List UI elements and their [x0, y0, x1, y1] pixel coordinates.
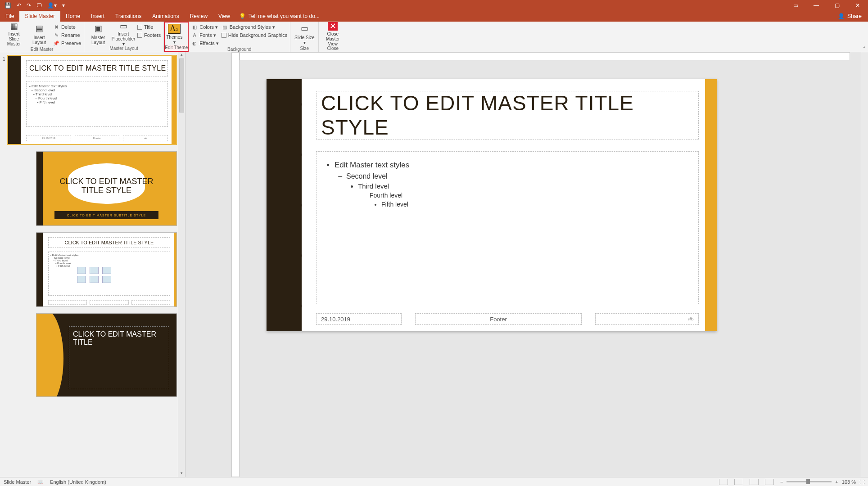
colors-icon: ◧ — [191, 24, 198, 30]
slideshow-view-button[interactable] — [765, 479, 774, 485]
fonts-icon: A — [191, 32, 198, 38]
slide-sorter-view-button[interactable] — [734, 479, 743, 485]
video-icon — [102, 276, 111, 283]
reading-view-button[interactable] — [750, 479, 759, 485]
background-styles-button[interactable]: ▨Background Styles ▾ — [222, 23, 287, 31]
zoom-out-button[interactable]: − — [780, 479, 783, 485]
bg-styles-icon: ▨ — [222, 24, 228, 30]
tell-me-search[interactable]: 💡 Tell me what you want to do... — [239, 11, 320, 22]
start-from-beginning-icon[interactable]: 🖵 — [36, 2, 42, 9]
body-placeholder[interactable]: Edit Master text styles Second level Thi… — [316, 151, 699, 304]
zoom-percent[interactable]: 103 % — [842, 479, 856, 485]
title-placeholder[interactable]: CLICK TO EDIT MASTER TITLE STYLE — [316, 91, 699, 140]
master-footer-mid: Footer — [75, 135, 120, 141]
footers-checkbox[interactable]: Footers — [137, 32, 161, 39]
wave-decoration — [36, 152, 43, 225]
tab-review[interactable]: Review — [185, 11, 213, 22]
slide-canvas[interactable]: CLICK TO EDIT MASTER TITLE STYLE Edit Ma… — [267, 79, 717, 331]
tab-insert[interactable]: Insert — [86, 11, 110, 22]
delete-label: Delete — [61, 24, 76, 30]
date-placeholder[interactable]: 29.10.2019 — [316, 313, 402, 325]
maximize-button[interactable]: ▢ — [827, 0, 847, 11]
zoom-in-button[interactable]: + — [835, 479, 838, 485]
close-icon: ✕ — [328, 22, 338, 31]
zoom-slider[interactable] — [787, 481, 832, 482]
insert-slide-master-button[interactable]: ▦ Insert Slide Master — [3, 22, 25, 45]
lightbulb-icon: 💡 — [239, 13, 246, 19]
quick-access-toolbar: 💾 ↶ ↷ 🖵 👤▾ ▾ — [5, 2, 65, 9]
fonts-button[interactable]: AFonts ▾ — [191, 32, 218, 39]
curve-decoration — [36, 313, 63, 397]
tab-view[interactable]: View — [213, 11, 235, 22]
save-icon[interactable]: 💾 — [5, 2, 11, 9]
qat-customize-icon[interactable]: ▾ — [62, 2, 65, 9]
editor-scrollbar[interactable] — [861, 52, 868, 477]
zoom-slider-handle[interactable] — [806, 479, 810, 484]
effects-button[interactable]: ◐Effects ▾ — [191, 40, 218, 47]
hide-bg-graphics-checkbox[interactable]: Hide Background Graphics — [222, 32, 287, 39]
collapse-ribbon-icon[interactable]: ˄ — [863, 46, 865, 51]
group-edit-master: ▦ Insert Slide Master ▤ Insert Layout ✖D… — [0, 22, 84, 52]
spellcheck-icon[interactable]: 📖 — [37, 479, 44, 485]
smartart-icon — [102, 267, 111, 274]
tab-home[interactable]: Home — [60, 11, 86, 22]
ribbon: ▦ Insert Slide Master ▤ Insert Layout ✖D… — [0, 22, 868, 52]
preserve-button[interactable]: 📌Preserve — [53, 40, 81, 47]
insert-layout-button[interactable]: ▤ Insert Layout — [28, 22, 50, 45]
tab-file[interactable]: File — [0, 11, 19, 22]
tab-transitions[interactable]: Transitions — [110, 11, 147, 22]
delete-button[interactable]: ✖Delete — [53, 23, 81, 31]
themes-button[interactable]: Aₐ Themes ▾ — [165, 22, 184, 45]
insert-placeholder-label: Insert Placeholder ▾ — [112, 32, 136, 46]
content-icons — [77, 267, 111, 283]
tab-slide-master[interactable]: Slide Master — [19, 11, 60, 22]
insert-slide-master-label: Insert Slide Master — [3, 32, 25, 46]
layout2-footers — [48, 300, 170, 305]
thumbnail-scrollbar[interactable]: ▴ ▾ — [178, 52, 185, 477]
group-master-layout-label: Master Layout — [87, 46, 161, 52]
ribbon-display-options-icon[interactable]: ▭ — [785, 0, 806, 11]
level-5-text: Fifth level — [381, 201, 689, 208]
title-checkbox[interactable]: Title — [137, 23, 161, 31]
tell-me-placeholder: Tell me what you want to do... — [249, 13, 320, 19]
wave-decoration — [267, 79, 302, 331]
wave-decoration — [8, 56, 21, 144]
footer-placeholder[interactable]: Footer — [415, 313, 582, 325]
picture-icon — [77, 276, 86, 283]
bg-styles-label: Background Styles ▾ — [230, 24, 275, 30]
level-2-text: Second level Third level Fourth level Fi… — [346, 172, 689, 208]
insert-placeholder-button[interactable]: ▭ Insert Placeholder ▾ — [112, 22, 135, 45]
themes-label: Themes ▾ — [165, 35, 184, 45]
share-button[interactable]: 👤 Share — [832, 11, 868, 22]
close-master-view-button[interactable]: ✕ Close Master View — [321, 22, 344, 45]
normal-view-button[interactable] — [719, 479, 728, 485]
status-language[interactable]: English (United Kingdom) — [50, 479, 106, 485]
scroll-up-arrow-icon[interactable]: ▴ — [178, 52, 185, 58]
close-window-button[interactable]: ✕ — [847, 0, 868, 11]
minimize-button[interactable]: — — [806, 0, 827, 11]
master-layout-label: Master Layout — [87, 35, 109, 45]
layout2-title: CLICK TO EDIT MASTER TITLE STYLE — [48, 237, 170, 248]
stripe-decoration — [705, 79, 717, 331]
master-layout-icon: ▣ — [93, 23, 104, 34]
stripe-decoration — [174, 233, 176, 306]
tab-animations[interactable]: Animations — [147, 11, 184, 22]
touch-mode-icon[interactable]: 👤▾ — [47, 2, 57, 9]
fit-to-window-button[interactable]: ⛶ — [859, 479, 864, 485]
slide-size-icon: ▭ — [299, 23, 310, 34]
scroll-down-arrow-icon[interactable]: ▾ — [178, 471, 185, 477]
insert-placeholder-icon: ▭ — [118, 22, 129, 31]
layout-thumbnail-title-slide[interactable]: CLICK TO EDIT MASTER TITLE STYLE CLICK T… — [36, 151, 177, 226]
delete-icon: ✖ — [53, 24, 59, 30]
redo-icon[interactable]: ↷ — [27, 2, 31, 9]
slide-number-placeholder[interactable]: ‹#› — [595, 313, 699, 325]
slide-master-thumbnail[interactable]: CLICK TO EDIT MASTER TITLE STYLE • Edit … — [7, 55, 177, 145]
slide-size-button[interactable]: ▭ Slide Size ▾ — [293, 22, 316, 45]
colors-button[interactable]: ◧Colors ▾ — [191, 23, 218, 31]
scrollbar-handle[interactable] — [179, 58, 184, 112]
master-layout-button[interactable]: ▣ Master Layout — [87, 22, 109, 45]
undo-icon[interactable]: ↶ — [17, 2, 21, 9]
rename-button[interactable]: ✎Rename — [53, 32, 81, 39]
layout-thumbnail-section-header[interactable]: CLICK TO EDIT MASTER TITLE — [36, 313, 177, 397]
layout-thumbnail-title-content[interactable]: CLICK TO EDIT MASTER TITLE STYLE • Edit … — [36, 232, 177, 307]
